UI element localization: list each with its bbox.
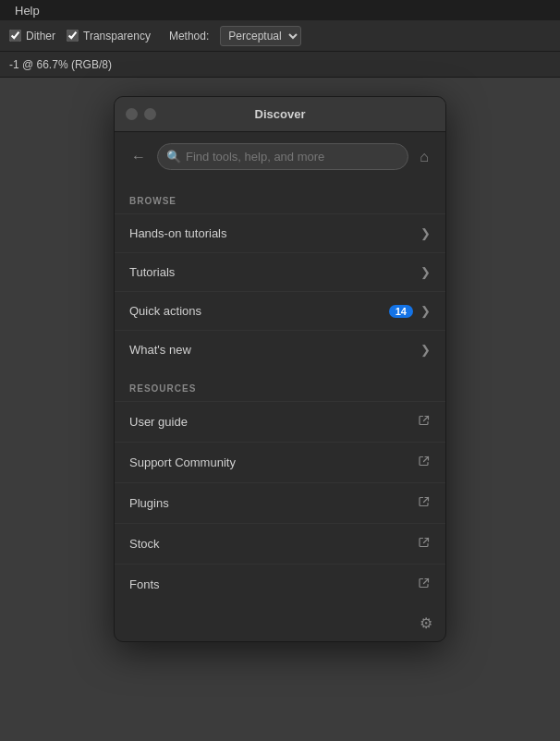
stock-label: Stock bbox=[129, 537, 160, 551]
fonts-item[interactable]: Fonts bbox=[115, 564, 445, 604]
user-guide-item[interactable]: User guide bbox=[115, 401, 445, 442]
external-link-icon bbox=[418, 577, 431, 592]
chevron-right-icon: ❯ bbox=[420, 304, 431, 318]
external-link-icon bbox=[418, 414, 431, 430]
quick-actions-item[interactable]: Quick actions 14 ❯ bbox=[115, 291, 445, 330]
panel-titlebar: Discover bbox=[115, 97, 445, 132]
whats-new-label: What's new bbox=[129, 343, 191, 357]
menu-bar: Help bbox=[0, 0, 560, 20]
help-menu[interactable]: Help bbox=[7, 4, 47, 18]
titlebar-buttons bbox=[126, 108, 156, 120]
resources-section-label: RESOURCES bbox=[115, 369, 445, 401]
panel-title: Discover bbox=[255, 107, 306, 121]
whats-new-item[interactable]: What's new ❯ bbox=[115, 330, 445, 369]
panel-body: BROWSE Hands-on tutorials ❯ Tutorials ❯ bbox=[115, 181, 445, 641]
plugins-label: Plugins bbox=[129, 496, 169, 510]
chevron-right-icon: ❯ bbox=[420, 343, 431, 357]
toolbar: Dither Transparency Method: Perceptual bbox=[0, 20, 560, 52]
support-community-label: Support Community bbox=[129, 456, 236, 469]
main-area: Discover ← 🔍 ⌂ BROWSE Hands-on tutorials… bbox=[0, 78, 560, 741]
search-input[interactable] bbox=[157, 143, 408, 170]
fonts-label: Fonts bbox=[129, 577, 160, 591]
close-button[interactable] bbox=[126, 108, 138, 120]
transparency-group: Transparency bbox=[67, 30, 151, 43]
hands-on-tutorials-item[interactable]: Hands-on tutorials ❯ bbox=[115, 213, 445, 252]
home-button[interactable]: ⌂ bbox=[416, 145, 432, 169]
transparency-checkbox[interactable] bbox=[67, 30, 79, 42]
chevron-right-icon: ❯ bbox=[420, 265, 431, 279]
dither-checkbox[interactable] bbox=[9, 30, 21, 42]
discover-panel: Discover ← 🔍 ⌂ BROWSE Hands-on tutorials… bbox=[114, 96, 446, 642]
tutorials-item[interactable]: Tutorials ❯ bbox=[115, 252, 445, 291]
external-link-icon bbox=[418, 536, 431, 552]
user-guide-label: User guide bbox=[129, 415, 188, 429]
hands-on-tutorials-label: Hands-on tutorials bbox=[129, 226, 227, 240]
panel-footer: ⚙ bbox=[420, 614, 432, 632]
method-select[interactable]: Perceptual bbox=[220, 26, 301, 46]
plugins-item[interactable]: Plugins bbox=[115, 482, 445, 523]
transparency-label: Transparency bbox=[83, 30, 151, 43]
support-community-item[interactable]: Support Community bbox=[115, 442, 445, 482]
stock-item[interactable]: Stock bbox=[115, 523, 445, 564]
minimize-button[interactable] bbox=[144, 108, 156, 120]
back-button[interactable]: ← bbox=[128, 145, 150, 169]
status-text: -1 @ 66.7% (RGB/8) bbox=[9, 58, 112, 71]
chevron-right-icon: ❯ bbox=[420, 226, 431, 240]
dither-group: Dither bbox=[9, 30, 55, 43]
tutorials-label: Tutorials bbox=[129, 265, 175, 279]
quick-actions-badge: 14 bbox=[389, 305, 413, 318]
status-bar: -1 @ 66.7% (RGB/8) bbox=[0, 52, 560, 78]
method-label: Method: bbox=[169, 30, 209, 43]
external-link-icon bbox=[418, 495, 431, 511]
search-container: ← 🔍 ⌂ bbox=[115, 132, 445, 181]
settings-button[interactable]: ⚙ bbox=[420, 614, 432, 632]
search-icon: 🔍 bbox=[166, 150, 181, 164]
dither-label: Dither bbox=[26, 30, 55, 43]
browse-section-label: BROWSE bbox=[115, 181, 445, 213]
quick-actions-label: Quick actions bbox=[129, 304, 201, 318]
external-link-icon bbox=[418, 455, 431, 470]
search-wrapper: 🔍 bbox=[157, 143, 408, 170]
